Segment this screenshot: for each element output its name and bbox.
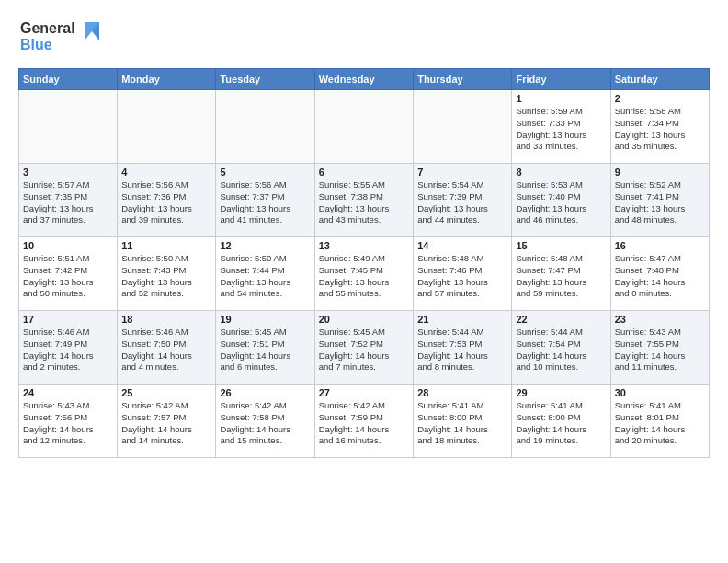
day-info: Sunrise: 5:53 AM Sunset: 7:40 PM Dayligh…: [516, 179, 606, 226]
day-info: Sunrise: 5:45 AM Sunset: 7:51 PM Dayligh…: [220, 327, 310, 373]
day-number: 3: [23, 167, 113, 178]
day-number: 28: [417, 387, 507, 398]
logo-text: General Blue: [18, 15, 101, 59]
day-number: 27: [319, 387, 409, 398]
calendar-cell: 10Sunrise: 5:51 AM Sunset: 7:42 PM Dayli…: [19, 237, 118, 311]
day-info: Sunrise: 5:50 AM Sunset: 7:44 PM Dayligh…: [220, 253, 310, 300]
day-info: Sunrise: 5:52 AM Sunset: 7:41 PM Dayligh…: [615, 179, 705, 226]
day-info: Sunrise: 5:48 AM Sunset: 7:46 PM Dayligh…: [417, 253, 507, 300]
calendar-cell: [314, 90, 413, 164]
weekday-header-thursday: Thursday: [414, 69, 512, 90]
day-number: 21: [417, 314, 507, 325]
day-info: Sunrise: 5:46 AM Sunset: 7:50 PM Dayligh…: [121, 327, 211, 373]
calendar-cell: [414, 90, 512, 164]
day-number: 24: [23, 387, 113, 398]
day-number: 8: [516, 167, 606, 178]
calendar-cell: 29Sunrise: 5:41 AM Sunset: 8:00 PM Dayli…: [512, 385, 610, 458]
day-number: 2: [615, 93, 705, 104]
day-info: Sunrise: 5:41 AM Sunset: 8:00 PM Dayligh…: [516, 400, 606, 447]
calendar-cell: 20Sunrise: 5:45 AM Sunset: 7:52 PM Dayli…: [314, 311, 413, 385]
calendar-cell: [216, 90, 314, 164]
weekday-header-friday: Friday: [512, 69, 610, 90]
weekday-header-wednesday: Wednesday: [314, 69, 413, 90]
weekday-header-tuesday: Tuesday: [216, 69, 314, 90]
calendar-cell: 28Sunrise: 5:41 AM Sunset: 8:00 PM Dayli…: [414, 385, 512, 458]
day-number: 23: [615, 314, 705, 325]
day-number: 7: [417, 167, 507, 178]
day-number: 4: [121, 167, 211, 178]
day-info: Sunrise: 5:42 AM Sunset: 7:59 PM Dayligh…: [319, 400, 409, 447]
calendar-header-row: SundayMondayTuesdayWednesdayThursdayFrid…: [19, 69, 710, 90]
day-number: 26: [220, 387, 310, 398]
weekday-header-sunday: Sunday: [19, 69, 118, 90]
calendar-cell: 21Sunrise: 5:44 AM Sunset: 7:53 PM Dayli…: [414, 311, 512, 385]
calendar-week-4: 17Sunrise: 5:46 AM Sunset: 7:49 PM Dayli…: [19, 311, 710, 385]
page-header: General Blue: [18, 15, 710, 59]
calendar-cell: 19Sunrise: 5:45 AM Sunset: 7:51 PM Dayli…: [216, 311, 314, 385]
weekday-header-monday: Monday: [118, 69, 216, 90]
day-number: 15: [516, 240, 606, 251]
day-info: Sunrise: 5:43 AM Sunset: 7:56 PM Dayligh…: [23, 400, 113, 447]
calendar-cell: 14Sunrise: 5:48 AM Sunset: 7:46 PM Dayli…: [414, 237, 512, 311]
calendar-cell: 9Sunrise: 5:52 AM Sunset: 7:41 PM Daylig…: [610, 164, 709, 237]
calendar-week-5: 24Sunrise: 5:43 AM Sunset: 7:56 PM Dayli…: [19, 385, 710, 458]
calendar-cell: 30Sunrise: 5:41 AM Sunset: 8:01 PM Dayli…: [610, 385, 709, 458]
day-number: 5: [220, 167, 310, 178]
calendar-cell: 8Sunrise: 5:53 AM Sunset: 7:40 PM Daylig…: [512, 164, 610, 237]
day-number: 12: [220, 240, 310, 251]
calendar-cell: 16Sunrise: 5:47 AM Sunset: 7:48 PM Dayli…: [610, 237, 709, 311]
calendar-cell: 17Sunrise: 5:46 AM Sunset: 7:49 PM Dayli…: [19, 311, 118, 385]
day-number: 16: [615, 240, 705, 251]
day-info: Sunrise: 5:43 AM Sunset: 7:55 PM Dayligh…: [615, 327, 705, 373]
day-info: Sunrise: 5:47 AM Sunset: 7:48 PM Dayligh…: [615, 253, 705, 300]
day-number: 20: [319, 314, 409, 325]
day-info: Sunrise: 5:55 AM Sunset: 7:38 PM Dayligh…: [319, 179, 409, 226]
svg-text:Blue: Blue: [20, 37, 52, 52]
day-info: Sunrise: 5:49 AM Sunset: 7:45 PM Dayligh…: [319, 253, 409, 300]
day-info: Sunrise: 5:50 AM Sunset: 7:43 PM Dayligh…: [121, 253, 211, 300]
day-number: 19: [220, 314, 310, 325]
day-number: 10: [23, 240, 113, 251]
page-container: General Blue SundayMondayTuesdayWednesda…: [0, 0, 728, 467]
day-info: Sunrise: 5:42 AM Sunset: 7:58 PM Dayligh…: [220, 400, 310, 447]
day-number: 9: [615, 167, 705, 178]
calendar-cell: 27Sunrise: 5:42 AM Sunset: 7:59 PM Dayli…: [314, 385, 413, 458]
calendar-cell: 26Sunrise: 5:42 AM Sunset: 7:58 PM Dayli…: [216, 385, 314, 458]
day-info: Sunrise: 5:44 AM Sunset: 7:53 PM Dayligh…: [417, 327, 507, 373]
day-number: 29: [516, 387, 606, 398]
day-info: Sunrise: 5:41 AM Sunset: 8:00 PM Dayligh…: [417, 400, 507, 447]
logo-svg: General Blue: [18, 15, 101, 55]
calendar-cell: 1Sunrise: 5:59 AM Sunset: 7:33 PM Daylig…: [512, 90, 610, 164]
calendar-cell: 13Sunrise: 5:49 AM Sunset: 7:45 PM Dayli…: [314, 237, 413, 311]
calendar-cell: 15Sunrise: 5:48 AM Sunset: 7:47 PM Dayli…: [512, 237, 610, 311]
day-number: 14: [417, 240, 507, 251]
day-number: 17: [23, 314, 113, 325]
calendar-cell: 3Sunrise: 5:57 AM Sunset: 7:35 PM Daylig…: [19, 164, 118, 237]
day-number: 22: [516, 314, 606, 325]
day-info: Sunrise: 5:57 AM Sunset: 7:35 PM Dayligh…: [23, 179, 113, 226]
day-info: Sunrise: 5:48 AM Sunset: 7:47 PM Dayligh…: [516, 253, 606, 300]
calendar-cell: [19, 90, 118, 164]
calendar-table: SundayMondayTuesdayWednesdayThursdayFrid…: [18, 68, 710, 458]
svg-text:General: General: [20, 20, 75, 36]
day-info: Sunrise: 5:56 AM Sunset: 7:37 PM Dayligh…: [220, 179, 310, 226]
calendar-cell: 5Sunrise: 5:56 AM Sunset: 7:37 PM Daylig…: [216, 164, 314, 237]
day-info: Sunrise: 5:51 AM Sunset: 7:42 PM Dayligh…: [23, 253, 113, 300]
day-number: 11: [121, 240, 211, 251]
day-info: Sunrise: 5:56 AM Sunset: 7:36 PM Dayligh…: [121, 179, 211, 226]
calendar-cell: 25Sunrise: 5:42 AM Sunset: 7:57 PM Dayli…: [118, 385, 216, 458]
day-info: Sunrise: 5:41 AM Sunset: 8:01 PM Dayligh…: [615, 400, 705, 447]
calendar-cell: [118, 90, 216, 164]
day-info: Sunrise: 5:42 AM Sunset: 7:57 PM Dayligh…: [121, 400, 211, 447]
day-number: 25: [121, 387, 211, 398]
day-number: 13: [319, 240, 409, 251]
weekday-header-saturday: Saturday: [610, 69, 709, 90]
calendar-week-3: 10Sunrise: 5:51 AM Sunset: 7:42 PM Dayli…: [19, 237, 710, 311]
calendar-week-2: 3Sunrise: 5:57 AM Sunset: 7:35 PM Daylig…: [19, 164, 710, 237]
day-info: Sunrise: 5:58 AM Sunset: 7:34 PM Dayligh…: [615, 106, 705, 153]
calendar-cell: 18Sunrise: 5:46 AM Sunset: 7:50 PM Dayli…: [118, 311, 216, 385]
calendar-cell: 24Sunrise: 5:43 AM Sunset: 7:56 PM Dayli…: [19, 385, 118, 458]
calendar-cell: 11Sunrise: 5:50 AM Sunset: 7:43 PM Dayli…: [118, 237, 216, 311]
day-number: 30: [615, 387, 705, 398]
calendar-cell: 2Sunrise: 5:58 AM Sunset: 7:34 PM Daylig…: [610, 90, 709, 164]
